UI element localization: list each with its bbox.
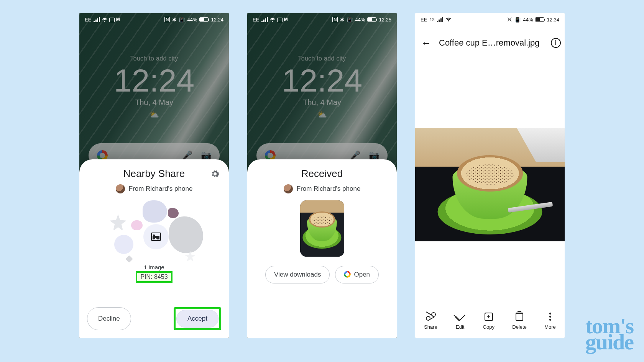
trash-icon <box>516 313 523 321</box>
copy-button[interactable]: + Copy <box>483 312 495 330</box>
item-count: 1 image <box>79 264 229 270</box>
battery-icon <box>367 17 376 22</box>
pin-code: PIN: 8453 <box>136 271 172 283</box>
status-bar: EE 4G N 📳 44% 12:34 <box>415 13 565 26</box>
carrier-label: EE <box>85 17 91 23</box>
sender-avatar <box>284 184 293 193</box>
status-bar: EE M N ✱ 📳 44% 12:24 <box>79 13 229 26</box>
file-title: Coffee cup E…removal.jpg <box>439 38 545 48</box>
battery-pct: 44% <box>523 17 533 23</box>
file-type-icon <box>143 224 169 249</box>
from-row: From Richard's phone <box>79 184 229 193</box>
wifi-icon <box>269 18 276 22</box>
back-button[interactable]: ← <box>419 36 434 50</box>
image-icon <box>151 233 161 241</box>
battery-pct: 44% <box>187 17 197 23</box>
nfc-icon: N <box>507 17 512 22</box>
open-button[interactable]: Open <box>335 266 379 283</box>
nfc-icon: N <box>332 17 338 22</box>
4g-label: 4G <box>429 18 434 22</box>
carrier-label: EE <box>253 17 259 23</box>
received-thumbnail[interactable] <box>300 200 344 257</box>
signal-icon <box>261 17 268 22</box>
carrier-label: EE <box>421 17 427 23</box>
battery-icon <box>199 17 209 22</box>
sender-label: From Richard's phone <box>297 185 361 193</box>
clock: 12:24 <box>211 17 223 23</box>
info-icon[interactable]: i <box>551 38 561 48</box>
nfc-icon: N <box>164 17 170 22</box>
more-icon <box>549 313 551 321</box>
from-row: From Richard's phone <box>247 184 397 193</box>
accept-button[interactable]: Accept <box>176 310 219 328</box>
sheet-title: Received <box>247 159 397 180</box>
phone-received: Touch to add city 12:24 Thu, 4 May ⛅ 🎤 📷… <box>247 13 397 338</box>
clock: 12:25 <box>379 17 391 23</box>
nearby-share-sheet: Nearby Share From Richard's phone 1 imag… <box>79 159 229 338</box>
bluetooth-icon: ✱ <box>172 17 176 23</box>
message-icon <box>277 18 283 22</box>
view-downloads-button[interactable]: View downloads <box>265 266 330 283</box>
viewer-toolbar: Share Edit + Copy Delete More <box>415 306 565 338</box>
wifi-icon <box>102 18 108 22</box>
edit-icon <box>453 309 465 321</box>
battery-icon <box>535 17 544 22</box>
photo-viewport[interactable] <box>415 128 565 241</box>
received-sheet: Received From Richard's phone View downl… <box>247 159 397 338</box>
sheet-title: Nearby Share <box>79 159 229 180</box>
phone-nearby-share: Touch to add city 12:24 Thu, 4 May ⛅ 🎤 📷… <box>79 13 229 338</box>
share-button[interactable]: Share <box>424 312 437 330</box>
watermark: tom's guide <box>585 316 633 351</box>
sender-label: From Richard's phone <box>129 185 193 193</box>
phone-image-viewer: EE 4G N 📳 44% 12:34 ← Coffee cup E…remov… <box>415 13 565 338</box>
vibrate-icon: 📳 <box>347 17 353 23</box>
viewer-header: ← Coffee cup E…removal.jpg i <box>415 32 565 54</box>
clock: 12:34 <box>547 17 559 23</box>
gmail-icon: M <box>284 17 288 22</box>
file-preview-blobs <box>108 200 200 262</box>
message-icon <box>109 18 115 22</box>
vibrate-icon: 📳 <box>514 17 521 23</box>
signal-icon <box>437 17 444 22</box>
status-bar: EE M N ✱ 📳 44% 12:25 <box>247 13 397 26</box>
signal-icon <box>94 17 100 22</box>
copy-icon: + <box>485 313 493 321</box>
sender-avatar <box>116 184 125 193</box>
vibrate-icon: 📳 <box>179 17 185 23</box>
bluetooth-icon: ✱ <box>340 17 344 23</box>
google-photos-icon <box>344 271 351 278</box>
wifi-icon <box>445 17 452 22</box>
gmail-icon: M <box>116 17 120 22</box>
more-button[interactable]: More <box>544 312 556 330</box>
decline-button[interactable]: Decline <box>87 307 131 330</box>
edit-button[interactable]: Edit <box>455 312 465 330</box>
gear-icon[interactable] <box>210 169 220 179</box>
accept-highlight: Accept <box>174 307 221 330</box>
battery-pct: 44% <box>355 17 365 23</box>
delete-button[interactable]: Delete <box>512 312 527 330</box>
share-icon <box>426 312 436 321</box>
